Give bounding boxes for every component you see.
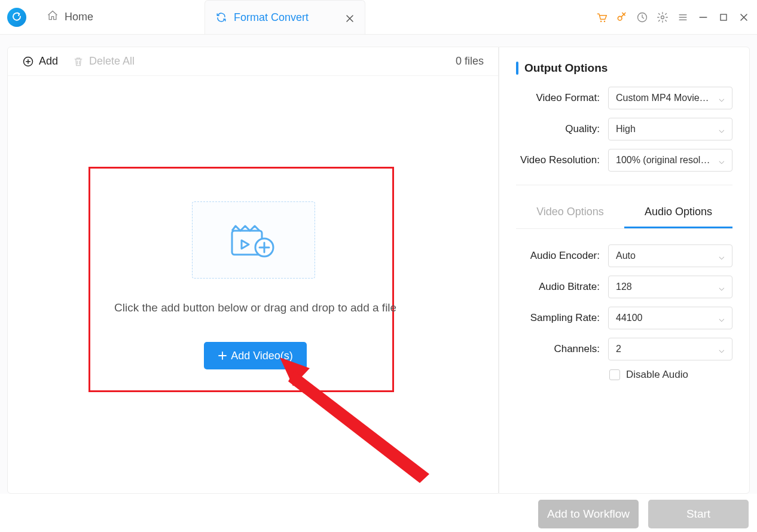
select-sampling-rate-value: 44100 bbox=[616, 313, 643, 323]
gear-icon[interactable] bbox=[657, 11, 669, 23]
close-window-icon[interactable] bbox=[738, 11, 750, 23]
delete-all-button: Delete All bbox=[72, 55, 135, 68]
option-subtabs: Video Options Audio Options bbox=[516, 200, 732, 229]
select-audio-encoder-value: Auto bbox=[616, 250, 636, 261]
label-sampling-rate: Sampling Rate: bbox=[516, 312, 600, 324]
add-button[interactable]: Add bbox=[22, 55, 58, 68]
svg-point-4 bbox=[661, 16, 664, 19]
select-resolution[interactable]: 100% (original resol… ⌵ bbox=[608, 149, 732, 172]
plus-circle-icon bbox=[22, 56, 34, 68]
label-resolution: Video Resolution: bbox=[516, 154, 600, 166]
output-options-title: Output Options bbox=[516, 62, 732, 75]
maximize-icon[interactable] bbox=[718, 11, 729, 23]
app-logo bbox=[7, 8, 26, 27]
tab-audio-options[interactable]: Audio Options bbox=[624, 200, 732, 228]
trash-icon bbox=[72, 56, 84, 68]
title-bar: Home Format Convert bbox=[0, 0, 757, 35]
add-label: Add bbox=[39, 55, 58, 68]
label-video-format: Video Format: bbox=[516, 92, 600, 104]
select-resolution-value: 100% (original resol… bbox=[616, 155, 710, 166]
start-button[interactable]: Start bbox=[648, 500, 749, 528]
key-icon[interactable] bbox=[616, 11, 628, 23]
tab-home[interactable]: Home bbox=[37, 6, 103, 28]
toolbar: Add Delete All 0 files bbox=[8, 47, 498, 76]
chevron-down-icon: ⌵ bbox=[719, 124, 725, 135]
drop-target-icon bbox=[192, 201, 315, 279]
drop-hint-text: Click the add button below or drag and d… bbox=[114, 301, 396, 314]
annotation-highlight: Click the add button below or drag and d… bbox=[88, 167, 394, 392]
label-audio-encoder: Audio Encoder: bbox=[516, 250, 600, 262]
select-audio-bitrate[interactable]: 128 ⌵ bbox=[608, 276, 732, 298]
label-channels: Channels: bbox=[516, 343, 600, 355]
tab-format-convert[interactable]: Format Convert bbox=[204, 0, 365, 34]
select-channels-value: 2 bbox=[616, 344, 621, 354]
select-sampling-rate[interactable]: 44100 ⌵ bbox=[608, 307, 732, 329]
tab-home-label: Home bbox=[65, 11, 93, 23]
select-quality-value: High bbox=[616, 124, 636, 134]
tab-video-options[interactable]: Video Options bbox=[516, 200, 624, 228]
tab-convert-label: Format Convert bbox=[234, 11, 309, 24]
add-to-workflow-button[interactable]: Add to Workflow bbox=[538, 500, 639, 528]
svg-point-0 bbox=[600, 20, 602, 22]
titlebar-actions bbox=[596, 11, 750, 23]
clock-icon[interactable] bbox=[636, 11, 648, 23]
svg-rect-5 bbox=[721, 14, 727, 20]
add-video-button[interactable]: Add Video(s) bbox=[204, 342, 307, 369]
home-icon bbox=[47, 10, 59, 25]
label-quality: Quality: bbox=[516, 123, 600, 135]
chevron-down-icon: ⌵ bbox=[719, 313, 725, 324]
delete-all-label: Delete All bbox=[89, 55, 135, 68]
label-audio-bitrate: Audio Bitrate: bbox=[516, 281, 600, 293]
chevron-down-icon: ⌵ bbox=[719, 282, 725, 293]
chevron-down-icon: ⌵ bbox=[719, 155, 725, 166]
close-tab-icon[interactable] bbox=[346, 13, 354, 22]
select-video-format-value: Custom MP4 Movie(… bbox=[616, 93, 712, 103]
select-audio-bitrate-value: 128 bbox=[616, 282, 632, 292]
bottom-actions: Add to Workflow Start bbox=[538, 500, 749, 528]
select-quality[interactable]: High ⌵ bbox=[608, 118, 732, 140]
minimize-icon[interactable] bbox=[697, 11, 709, 23]
select-channels[interactable]: 2 ⌵ bbox=[608, 338, 732, 360]
checkbox-disable-audio[interactable] bbox=[609, 369, 620, 380]
file-list-pane: Add Delete All 0 files bbox=[7, 47, 499, 494]
chevron-down-icon: ⌵ bbox=[719, 93, 725, 104]
add-video-label: Add Video(s) bbox=[231, 350, 293, 362]
drop-area[interactable]: Click the add button below or drag and d… bbox=[8, 76, 498, 493]
menu-icon[interactable] bbox=[677, 11, 689, 23]
chevron-down-icon: ⌵ bbox=[719, 344, 725, 355]
refresh-icon bbox=[216, 12, 227, 23]
plus-icon bbox=[218, 351, 227, 360]
cart-icon[interactable] bbox=[596, 11, 608, 23]
svg-point-1 bbox=[604, 20, 606, 22]
output-options-panel: Output Options Video Format: Custom MP4 … bbox=[499, 47, 750, 494]
select-audio-encoder[interactable]: Auto ⌵ bbox=[608, 244, 732, 267]
label-disable-audio: Disable Audio bbox=[626, 369, 688, 381]
files-count: 0 files bbox=[456, 55, 484, 68]
chevron-down-icon: ⌵ bbox=[719, 250, 725, 262]
select-video-format[interactable]: Custom MP4 Movie(… ⌵ bbox=[608, 87, 732, 109]
